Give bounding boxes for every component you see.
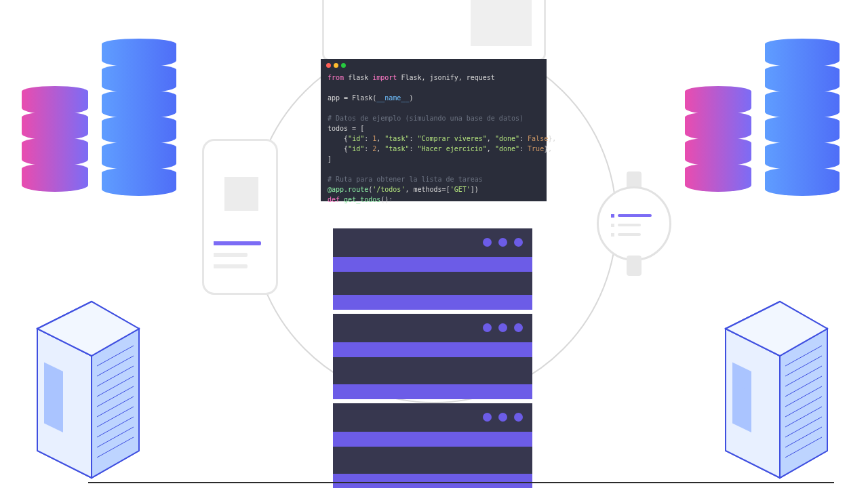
minimize-icon: [334, 63, 338, 68]
server-stack: [333, 228, 532, 488]
server-unit: [333, 314, 532, 399]
code-editor: from flask import Flask, jsonify, reques…: [321, 59, 547, 201]
browser-device: [322, 0, 546, 61]
server-rack-icon: [10, 281, 159, 485]
watch-device: [597, 186, 671, 261]
phone-device: [202, 139, 278, 295]
close-icon: [326, 63, 331, 68]
ground-line: [88, 482, 834, 483]
code-content: from flask import Flask, jsonify, reques…: [328, 73, 540, 205]
server-unit: [333, 228, 532, 310]
window-traffic-lights: [326, 63, 346, 68]
maximize-icon: [341, 63, 346, 68]
server-unit: [333, 403, 532, 488]
server-rack-icon: [698, 281, 848, 485]
